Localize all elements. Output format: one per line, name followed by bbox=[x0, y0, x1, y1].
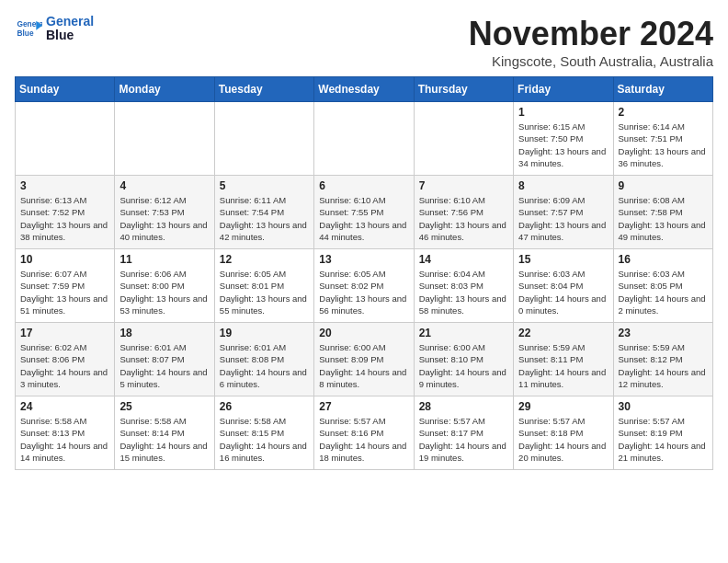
day-number: 17 bbox=[20, 327, 109, 339]
day-info: Sunrise: 6:03 AM Sunset: 8:04 PM Dayligh… bbox=[518, 268, 608, 316]
day-number: 16 bbox=[619, 253, 708, 266]
day-number: 25 bbox=[119, 400, 209, 413]
day-info: Sunrise: 6:06 AM Sunset: 8:00 PM Dayligh… bbox=[119, 268, 209, 316]
calendar-week-3: 10Sunrise: 6:07 AM Sunset: 7:59 PM Dayli… bbox=[16, 249, 713, 323]
day-info: Sunrise: 5:58 AM Sunset: 8:15 PM Dayligh… bbox=[220, 415, 309, 464]
day-number: 9 bbox=[619, 179, 708, 192]
calendar-cell: 5Sunrise: 6:11 AM Sunset: 7:54 PM Daylig… bbox=[214, 176, 313, 249]
day-info: Sunrise: 6:05 AM Sunset: 8:02 PM Dayligh… bbox=[319, 268, 408, 316]
calendar-cell: 15Sunrise: 6:03 AM Sunset: 8:04 PM Dayli… bbox=[514, 249, 613, 323]
day-number: 6 bbox=[319, 179, 408, 192]
svg-text:Blue: Blue bbox=[17, 29, 34, 39]
calendar-cell: 21Sunrise: 6:00 AM Sunset: 8:10 PM Dayli… bbox=[414, 323, 513, 396]
calendar-cell bbox=[414, 102, 513, 176]
calendar-cell: 29Sunrise: 5:57 AM Sunset: 8:18 PM Dayli… bbox=[514, 396, 613, 470]
weekday-header-monday: Monday bbox=[115, 77, 214, 102]
logo-blue: Blue bbox=[46, 28, 74, 42]
day-number: 26 bbox=[220, 400, 309, 413]
weekday-header-friday: Friday bbox=[514, 77, 613, 102]
calendar-cell: 3Sunrise: 6:13 AM Sunset: 7:52 PM Daylig… bbox=[16, 176, 115, 249]
logo-general: General bbox=[46, 14, 94, 29]
day-info: Sunrise: 6:02 AM Sunset: 8:06 PM Dayligh… bbox=[20, 341, 109, 390]
day-number: 12 bbox=[220, 253, 309, 266]
day-number: 3 bbox=[20, 179, 109, 192]
calendar-cell: 30Sunrise: 5:57 AM Sunset: 8:19 PM Dayli… bbox=[613, 396, 712, 470]
day-info: Sunrise: 5:57 AM Sunset: 8:18 PM Dayligh… bbox=[518, 415, 608, 464]
calendar-cell: 28Sunrise: 5:57 AM Sunset: 8:17 PM Dayli… bbox=[414, 396, 513, 470]
day-number: 22 bbox=[518, 327, 608, 339]
calendar-cell bbox=[314, 102, 414, 176]
logo: General Blue General Blue bbox=[15, 15, 94, 43]
day-number: 8 bbox=[518, 179, 608, 192]
calendar-cell: 20Sunrise: 6:00 AM Sunset: 8:09 PM Dayli… bbox=[314, 323, 414, 396]
weekday-header-saturday: Saturday bbox=[613, 77, 712, 102]
day-number: 7 bbox=[419, 179, 508, 192]
day-info: Sunrise: 6:10 AM Sunset: 7:55 PM Dayligh… bbox=[319, 194, 408, 243]
month-title: November 2024 bbox=[469, 15, 713, 53]
day-info: Sunrise: 5:58 AM Sunset: 8:13 PM Dayligh… bbox=[20, 415, 109, 464]
calendar-cell: 14Sunrise: 6:04 AM Sunset: 8:03 PM Dayli… bbox=[414, 249, 513, 323]
day-number: 5 bbox=[220, 179, 309, 192]
day-number: 21 bbox=[419, 327, 508, 339]
day-info: Sunrise: 6:12 AM Sunset: 7:53 PM Dayligh… bbox=[119, 194, 209, 243]
calendar-cell: 16Sunrise: 6:03 AM Sunset: 8:05 PM Dayli… bbox=[613, 249, 712, 323]
calendar-cell bbox=[115, 102, 214, 176]
day-number: 30 bbox=[619, 400, 708, 413]
day-number: 10 bbox=[20, 253, 109, 266]
day-info: Sunrise: 6:03 AM Sunset: 8:05 PM Dayligh… bbox=[619, 268, 708, 316]
calendar-cell bbox=[214, 102, 313, 176]
day-info: Sunrise: 6:14 AM Sunset: 7:51 PM Dayligh… bbox=[619, 121, 708, 169]
calendar-cell: 11Sunrise: 6:06 AM Sunset: 8:00 PM Dayli… bbox=[115, 249, 214, 323]
header-row: SundayMondayTuesdayWednesdayThursdayFrid… bbox=[16, 77, 713, 102]
day-info: Sunrise: 6:01 AM Sunset: 8:07 PM Dayligh… bbox=[119, 341, 209, 390]
calendar-cell: 2Sunrise: 6:14 AM Sunset: 7:51 PM Daylig… bbox=[613, 102, 712, 176]
day-info: Sunrise: 6:07 AM Sunset: 7:59 PM Dayligh… bbox=[20, 268, 109, 316]
day-info: Sunrise: 6:10 AM Sunset: 7:56 PM Dayligh… bbox=[419, 194, 508, 243]
day-info: Sunrise: 6:00 AM Sunset: 8:09 PM Dayligh… bbox=[319, 341, 408, 390]
calendar-cell: 27Sunrise: 5:57 AM Sunset: 8:16 PM Dayli… bbox=[314, 396, 414, 470]
day-info: Sunrise: 6:09 AM Sunset: 7:57 PM Dayligh… bbox=[518, 194, 608, 243]
calendar-cell: 25Sunrise: 5:58 AM Sunset: 8:14 PM Dayli… bbox=[115, 396, 214, 470]
calendar-cell: 22Sunrise: 5:59 AM Sunset: 8:11 PM Dayli… bbox=[514, 323, 613, 396]
calendar-cell: 12Sunrise: 6:05 AM Sunset: 8:01 PM Dayli… bbox=[214, 249, 313, 323]
calendar-cell: 1Sunrise: 6:15 AM Sunset: 7:50 PM Daylig… bbox=[514, 102, 613, 176]
day-number: 2 bbox=[619, 106, 708, 119]
logo-icon: General Blue bbox=[15, 15, 42, 42]
calendar-cell: 23Sunrise: 5:59 AM Sunset: 8:12 PM Dayli… bbox=[613, 323, 712, 396]
day-number: 29 bbox=[518, 400, 608, 413]
day-info: Sunrise: 6:05 AM Sunset: 8:01 PM Dayligh… bbox=[220, 268, 309, 316]
day-info: Sunrise: 6:13 AM Sunset: 7:52 PM Dayligh… bbox=[20, 194, 109, 243]
calendar-cell: 17Sunrise: 6:02 AM Sunset: 8:06 PM Dayli… bbox=[16, 323, 115, 396]
day-info: Sunrise: 6:01 AM Sunset: 8:08 PM Dayligh… bbox=[220, 341, 309, 390]
calendar-cell: 9Sunrise: 6:08 AM Sunset: 7:58 PM Daylig… bbox=[613, 176, 712, 249]
day-info: Sunrise: 5:59 AM Sunset: 8:12 PM Dayligh… bbox=[619, 341, 708, 390]
day-number: 24 bbox=[20, 400, 109, 413]
day-info: Sunrise: 6:15 AM Sunset: 7:50 PM Dayligh… bbox=[518, 121, 608, 169]
day-info: Sunrise: 6:04 AM Sunset: 8:03 PM Dayligh… bbox=[419, 268, 508, 316]
day-number: 1 bbox=[518, 106, 608, 119]
day-info: Sunrise: 6:00 AM Sunset: 8:10 PM Dayligh… bbox=[419, 341, 508, 390]
day-number: 4 bbox=[119, 179, 209, 192]
day-number: 19 bbox=[220, 327, 309, 339]
day-info: Sunrise: 5:59 AM Sunset: 8:11 PM Dayligh… bbox=[518, 341, 608, 390]
day-number: 23 bbox=[619, 327, 708, 339]
day-info: Sunrise: 5:57 AM Sunset: 8:16 PM Dayligh… bbox=[319, 415, 408, 464]
day-info: Sunrise: 6:08 AM Sunset: 7:58 PM Dayligh… bbox=[619, 194, 708, 243]
calendar-week-5: 24Sunrise: 5:58 AM Sunset: 8:13 PM Dayli… bbox=[16, 396, 713, 470]
weekday-header-thursday: Thursday bbox=[414, 77, 513, 102]
day-info: Sunrise: 5:57 AM Sunset: 8:17 PM Dayligh… bbox=[419, 415, 508, 464]
weekday-header-wednesday: Wednesday bbox=[314, 77, 414, 102]
calendar-cell: 7Sunrise: 6:10 AM Sunset: 7:56 PM Daylig… bbox=[414, 176, 513, 249]
calendar-cell: 10Sunrise: 6:07 AM Sunset: 7:59 PM Dayli… bbox=[16, 249, 115, 323]
day-number: 27 bbox=[319, 400, 408, 413]
calendar-cell: 18Sunrise: 6:01 AM Sunset: 8:07 PM Dayli… bbox=[115, 323, 214, 396]
calendar-cell: 6Sunrise: 6:10 AM Sunset: 7:55 PM Daylig… bbox=[314, 176, 414, 249]
calendar-cell: 26Sunrise: 5:58 AM Sunset: 8:15 PM Dayli… bbox=[214, 396, 313, 470]
calendar-week-1: 1Sunrise: 6:15 AM Sunset: 7:50 PM Daylig… bbox=[16, 102, 713, 176]
calendar-table: SundayMondayTuesdayWednesdayThursdayFrid… bbox=[15, 76, 713, 470]
calendar-cell: 19Sunrise: 6:01 AM Sunset: 8:08 PM Dayli… bbox=[214, 323, 313, 396]
day-info: Sunrise: 5:58 AM Sunset: 8:14 PM Dayligh… bbox=[119, 415, 209, 464]
day-info: Sunrise: 6:11 AM Sunset: 7:54 PM Dayligh… bbox=[220, 194, 309, 243]
day-number: 11 bbox=[119, 253, 209, 266]
calendar-cell: 8Sunrise: 6:09 AM Sunset: 7:57 PM Daylig… bbox=[514, 176, 613, 249]
